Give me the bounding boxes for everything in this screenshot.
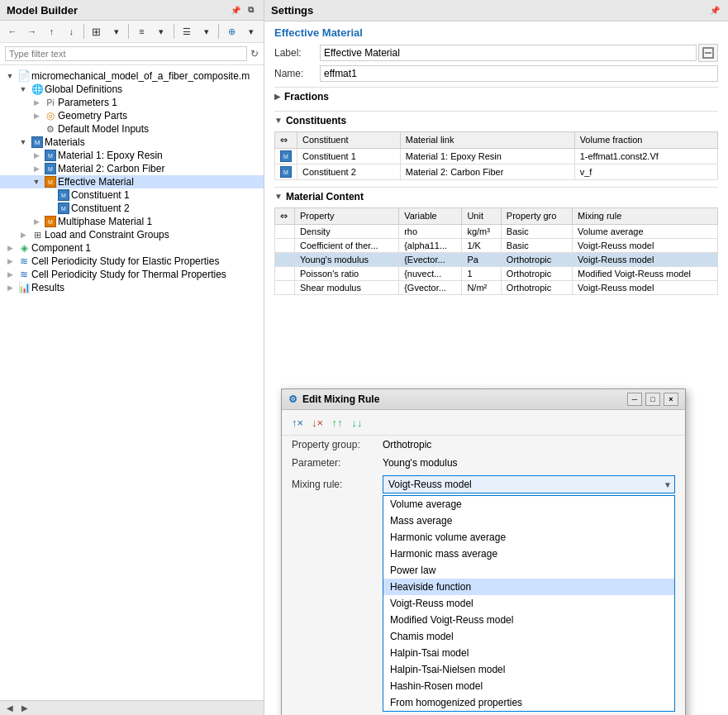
tree-item-root[interactable]: ▼ 📄 micromechanical_model_of_a_fiber_com…: [0, 69, 264, 83]
target-dropdown-button[interactable]: ▾: [242, 22, 260, 41]
study1-icon: ≋: [17, 255, 31, 267]
pin-icon[interactable]: 📌: [229, 3, 242, 17]
tree-item-study1[interactable]: ▶ ≋ Cell Periodicity Study for Elastic P…: [0, 255, 264, 268]
dropdown-item-modified-voigt[interactable]: Modified Voigt-Reuss model: [383, 612, 674, 628]
tree-toggle[interactable]: ▶: [3, 257, 17, 265]
table-row[interactable]: Shear modulus {Gvector... N/m² Orthotrop…: [275, 280, 718, 294]
table-row[interactable]: M Constituent 1 Material 1: Epoxy Resin …: [275, 148, 718, 164]
back-button[interactable]: ←: [3, 22, 21, 41]
table-row[interactable]: Density rho kg/m³ Basic Volume average: [275, 224, 718, 238]
tree-item-const2[interactable]: ▶ M Constituent 2: [0, 202, 264, 215]
tree-toggle[interactable]: ▶: [3, 284, 17, 292]
dropdown-item-harmonic-mass[interactable]: Harmonic mass average: [383, 546, 674, 562]
dropdown-item-volume-average[interactable]: Volume average: [383, 496, 674, 512]
tree-toggle[interactable]: ▶: [30, 217, 43, 226]
fractions-title: Fractions: [284, 91, 329, 102]
dropdown-item-power-law[interactable]: Power law: [383, 562, 674, 579]
move-up-button[interactable]: ↑↑: [328, 413, 346, 431]
material-link-cell: Material 1: Epoxy Resin: [400, 148, 574, 164]
dropdown-item-harmonic-volume[interactable]: Harmonic volume average: [383, 529, 674, 546]
refresh-icon[interactable]: ↻: [250, 48, 259, 60]
tree-item-default[interactable]: ▶ ⚙ Default Model Inputs: [0, 122, 264, 136]
tree-toggle[interactable]: ▶: [17, 231, 30, 239]
dropdown-item-halpin-tsai[interactable]: Halpin-Tsai model: [383, 645, 674, 661]
tree-label: Component 1: [31, 242, 264, 254]
tree-item-const1[interactable]: ▶ M Constituent 1: [0, 188, 264, 202]
forward-button[interactable]: →: [23, 22, 41, 41]
add-dropdown-button[interactable]: ▾: [107, 22, 126, 41]
tree-toggle[interactable]: ▶: [3, 244, 17, 252]
tree-toggle[interactable]: ▼: [3, 72, 17, 80]
down-button[interactable]: ↓: [62, 22, 80, 41]
dropdown-item-mass-average[interactable]: Mass average: [383, 512, 674, 529]
tree-item-results[interactable]: ▶ 📊 Results: [0, 281, 264, 294]
table-row[interactable]: M Constituent 2 Material 2: Carbon Fiber…: [275, 164, 718, 179]
dropdown-item-voigt-reuss[interactable]: Voigt-Reuss model: [383, 595, 674, 612]
geom-icon: ◎: [43, 110, 58, 122]
table-row[interactable]: Coefficient of ther... {alpha11... 1/K B…: [275, 238, 718, 252]
material-content-arrow: ▼: [274, 192, 283, 201]
toggle-button[interactable]: ☰: [178, 22, 196, 41]
tree-toggle[interactable]: ▶: [30, 98, 43, 107]
tree-item-comp[interactable]: ▶ ◈ Component 1: [0, 241, 264, 255]
maximize-button[interactable]: □: [645, 393, 660, 406]
tree-label: Parameters 1: [58, 97, 264, 108]
settings-header-icons: 📌: [708, 3, 721, 17]
toggle-dropdown-button[interactable]: ▾: [197, 22, 216, 41]
tree-toggle[interactable]: ▶: [3, 270, 17, 279]
constituent-cell: Constituent 1: [297, 148, 401, 164]
group-cell: Orthotropic: [501, 252, 572, 266]
minimize-button[interactable]: ─: [627, 393, 642, 406]
tree-item-study2[interactable]: ▶ ≋ Cell Periodicity Study for Thermal P…: [0, 268, 264, 281]
fractions-arrow: ▶: [274, 92, 281, 101]
right-arrow-icon[interactable]: ▶: [18, 702, 31, 715]
fractions-section[interactable]: ▶ Fractions: [274, 87, 718, 106]
dropdown-item-heaviside[interactable]: Heaviside function: [383, 579, 674, 595]
left-arrow-icon[interactable]: ◀: [3, 702, 17, 715]
target-button[interactable]: ⊕: [222, 22, 240, 41]
tree-item-mat1[interactable]: ▶ M Material 1: Epoxy Resin: [0, 149, 264, 162]
tree-toggle[interactable]: ▶: [30, 164, 43, 173]
dropdown-item-chamis[interactable]: Chamis model: [383, 628, 674, 645]
material-content-section[interactable]: ▼ Material Content: [274, 187, 718, 206]
label-icon-btn[interactable]: [698, 44, 718, 62]
label-input[interactable]: [320, 45, 697, 61]
table-row-selected[interactable]: Young's modulus {Evector... Pa Orthotrop…: [275, 252, 718, 266]
up-button[interactable]: ↑: [43, 22, 61, 41]
const2-icon: M: [56, 203, 71, 214]
tree-item-effmat[interactable]: ▼ M Effective Material: [0, 175, 264, 188]
tree-item-materials[interactable]: ▼ M Materials: [0, 136, 264, 149]
name-input[interactable]: [320, 65, 718, 82]
dropdown-item-halpin-tsai-nielsen[interactable]: Halpin-Tsai-Nielsen model: [383, 661, 674, 678]
tree-item-global-def[interactable]: ▼ 🌐 Global Definitions: [0, 83, 264, 96]
filter-input[interactable]: [5, 46, 247, 61]
add-row-button[interactable]: ↑×: [288, 413, 307, 431]
add-node-button[interactable]: ⊞: [88, 22, 106, 41]
material-content-table: ⇔ Property Variable Unit Property gro Mi…: [274, 207, 718, 295]
mixing-rule-select[interactable]: Volume averageMass averageHarmonic volum…: [383, 475, 675, 493]
tree-item-multiphase[interactable]: ▶ M Multiphase Material 1: [0, 215, 264, 228]
mixing-rule-dropdown: Volume average Mass average Harmonic vol…: [383, 495, 675, 712]
tree-toggle[interactable]: ▼: [30, 178, 43, 186]
tree-toggle[interactable]: ▼: [17, 85, 30, 93]
dropdown-item-hashin-rosen[interactable]: Hashin-Rosen model: [383, 678, 674, 694]
sep2: [128, 24, 129, 39]
tree-toggle[interactable]: ▶: [30, 151, 43, 160]
view-button[interactable]: ≡: [132, 22, 150, 41]
constituents-section[interactable]: ▼ Constituents: [274, 111, 718, 130]
tree-toggle[interactable]: ▼: [17, 138, 30, 146]
remove-row-button[interactable]: ↓×: [308, 413, 326, 431]
move-down-button[interactable]: ↓↓: [348, 413, 366, 431]
detach-icon[interactable]: ⧉: [244, 3, 257, 17]
dropdown-item-homogenized[interactable]: From homogenized properties: [383, 694, 674, 711]
pin-icon[interactable]: 📌: [708, 4, 721, 17]
view-dropdown-button[interactable]: ▾: [152, 22, 170, 41]
table-row[interactable]: Poisson's ratio {nuvect... 1 Orthotropic…: [275, 266, 718, 280]
tree-item-load[interactable]: ▶ ⊞ Load and Constraint Groups: [0, 228, 264, 241]
tree-item-mat2[interactable]: ▶ M Material 2: Carbon Fiber: [0, 162, 264, 175]
close-button[interactable]: ×: [664, 393, 678, 406]
tree-toggle[interactable]: ▶: [30, 112, 43, 120]
dialog-toolbar: ↑× ↓× ↑↑ ↓↓: [282, 410, 685, 436]
tree-item-params[interactable]: ▶ Pi Parameters 1: [0, 96, 264, 109]
tree-item-geom[interactable]: ▶ ◎ Geometry Parts: [0, 109, 264, 122]
